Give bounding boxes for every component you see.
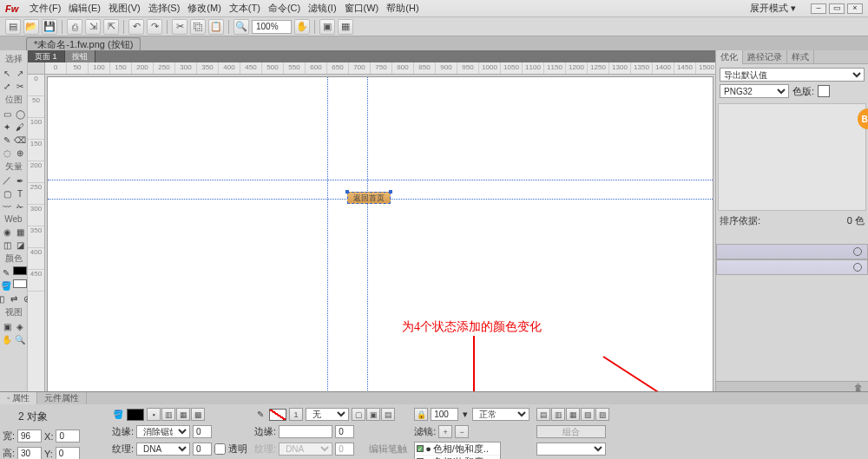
- lasso-tool-icon[interactable]: ◯: [14, 108, 26, 120]
- document-tab[interactable]: *未命名-1.fw.png (按钮): [26, 37, 141, 50]
- fill-swatch[interactable]: [13, 279, 27, 288]
- layer-row[interactable]: [716, 244, 868, 259]
- menu-select[interactable]: 选择(S): [148, 2, 181, 15]
- slice-tool-icon[interactable]: ▦: [14, 226, 26, 238]
- tab-symbol-properties[interactable]: 元件属性: [37, 392, 87, 404]
- selected-button-object[interactable]: 返回首页: [347, 192, 391, 204]
- tool-paste-icon[interactable]: 📋: [208, 19, 224, 35]
- fill-color-icon[interactable]: 🪣: [0, 279, 12, 292]
- align2-icon[interactable]: ▥: [551, 408, 565, 421]
- tool-copy-icon[interactable]: ⿻: [190, 19, 206, 35]
- default-colors-icon[interactable]: ◧: [0, 292, 7, 305]
- align1-icon[interactable]: ▤: [536, 408, 550, 421]
- visibility-toggle-icon[interactable]: [853, 263, 862, 272]
- minimize-button[interactable]: –: [811, 3, 826, 14]
- transparent-checkbox[interactable]: [214, 443, 226, 455]
- align3-icon[interactable]: ▦: [566, 408, 580, 421]
- wand-tool-icon[interactable]: ✦: [1, 121, 13, 133]
- stroke-swatch[interactable]: [13, 266, 27, 275]
- knife-tool-icon[interactable]: ✁: [14, 200, 26, 213]
- y-input[interactable]: [56, 447, 80, 459]
- tab-styles[interactable]: 样式: [787, 50, 814, 64]
- opacity-input[interactable]: [431, 408, 458, 421]
- tool-fit-icon[interactable]: ▣: [319, 19, 335, 35]
- add-filter-button[interactable]: +: [438, 425, 452, 438]
- swap-colors-icon[interactable]: ⇄: [8, 292, 20, 305]
- menu-window[interactable]: 窗口(W): [345, 2, 379, 15]
- tool-zoom-icon[interactable]: 🔍: [233, 19, 249, 35]
- stroke-pos1-icon[interactable]: ▢: [352, 408, 365, 421]
- stroke-tool-icon[interactable]: ✎: [254, 409, 266, 421]
- menu-help[interactable]: 帮助(H): [386, 2, 418, 15]
- tool-redo-icon[interactable]: ↷: [147, 19, 162, 35]
- fill-grad-icon[interactable]: ▥: [161, 408, 175, 421]
- layer-row[interactable]: [716, 259, 868, 275]
- text-tool-icon[interactable]: T: [14, 187, 26, 200]
- stroke-color-icon[interactable]: ✎: [0, 266, 12, 279]
- stroke-width-icon[interactable]: 1: [289, 408, 303, 421]
- hotspot-tool-icon[interactable]: ◉: [1, 226, 13, 238]
- tab-optimize[interactable]: 优化: [716, 50, 743, 64]
- export-preset-select[interactable]: 导出默认值: [720, 68, 865, 82]
- preview-icon[interactable]: ◈: [14, 320, 26, 332]
- tool-grid-icon[interactable]: ▦: [338, 19, 353, 35]
- rect-tool-icon[interactable]: ▢: [1, 187, 13, 200]
- menu-view[interactable]: 视图(V): [108, 2, 141, 15]
- close-button[interactable]: ×: [847, 3, 863, 14]
- show-hotspots-icon[interactable]: ◪: [14, 239, 26, 251]
- zoom-input[interactable]: [252, 20, 292, 34]
- menu-command[interactable]: 命令(C): [268, 2, 300, 15]
- visibility-toggle-icon[interactable]: [853, 247, 862, 256]
- hide-hotspots-icon[interactable]: ◫: [1, 239, 13, 251]
- scale-tool-icon[interactable]: ⤢: [1, 80, 13, 92]
- menu-modify[interactable]: 修改(M): [187, 2, 221, 15]
- remove-filter-button[interactable]: −: [455, 425, 469, 438]
- x-input[interactable]: [56, 429, 80, 443]
- tab-history[interactable]: 路径记录: [743, 50, 787, 64]
- freeform-tool-icon[interactable]: 〰: [1, 200, 13, 213]
- stroke-edge-select[interactable]: [279, 425, 332, 438]
- fill-tool-icon[interactable]: 🪣: [112, 409, 124, 421]
- texture-num[interactable]: [193, 443, 212, 456]
- combine-select[interactable]: [536, 443, 606, 456]
- expand-mode[interactable]: 展开模式 ▾: [750, 2, 796, 15]
- pencil-tool-icon[interactable]: ✎: [1, 134, 13, 146]
- edge-select[interactable]: 消除锯齿: [136, 425, 190, 438]
- filter-item[interactable]: ✓●色相/饱和度..: [415, 456, 500, 459]
- tool-cut-icon[interactable]: ✂: [172, 19, 187, 35]
- tool-open-icon[interactable]: 📂: [23, 19, 39, 35]
- subselect-tool-icon[interactable]: ↗: [14, 67, 26, 79]
- tool-export-icon[interactable]: ⇱: [103, 19, 119, 35]
- menu-filter[interactable]: 滤镜(I): [308, 2, 336, 15]
- tool-hand-icon[interactable]: ✋: [294, 19, 310, 35]
- fill-solid-icon[interactable]: ▪: [147, 408, 161, 421]
- brush-tool-icon[interactable]: 🖌: [14, 121, 26, 133]
- edit-stroke-link[interactable]: 编辑笔触: [369, 443, 407, 456]
- marquee-tool-icon[interactable]: ▭: [1, 108, 13, 120]
- fill-swatch[interactable]: [127, 409, 144, 421]
- menu-text[interactable]: 文本(T): [229, 2, 260, 15]
- tool-new-icon[interactable]: ▤: [5, 19, 21, 35]
- tool-save-icon[interactable]: 💾: [42, 19, 57, 35]
- pen-tool-icon[interactable]: ✒: [14, 174, 26, 187]
- stroke-swatch[interactable]: [269, 409, 286, 421]
- menu-edit[interactable]: 编辑(E): [69, 2, 101, 15]
- tab-properties[interactable]: ◦ 属性: [0, 392, 37, 404]
- menu-file[interactable]: 文件(F): [30, 2, 61, 15]
- palette-swatch[interactable]: [818, 85, 830, 97]
- lock-opacity-icon[interactable]: 🔒: [414, 408, 428, 421]
- stroke-pos2-icon[interactable]: ▣: [366, 408, 380, 421]
- line-tool-icon[interactable]: ／: [1, 174, 13, 187]
- tool-print-icon[interactable]: ⎙: [67, 19, 82, 35]
- texture-select[interactable]: DNA: [136, 443, 190, 456]
- filter-item[interactable]: ✓●色相/饱和度..: [415, 443, 500, 456]
- eraser-tool-icon[interactable]: ⌫: [14, 134, 26, 146]
- stroke-style-select[interactable]: 无: [306, 408, 349, 421]
- align4-icon[interactable]: ▧: [581, 408, 595, 421]
- stamp-tool-icon[interactable]: ⊕: [14, 147, 26, 159]
- crop-tool-icon[interactable]: ✂: [14, 80, 26, 92]
- pointer-tool-icon[interactable]: ↖: [1, 67, 13, 79]
- stroke-edge-num[interactable]: [335, 425, 354, 438]
- tool-import-icon[interactable]: ⇲: [85, 19, 101, 35]
- stdview-icon[interactable]: ▣: [1, 320, 13, 332]
